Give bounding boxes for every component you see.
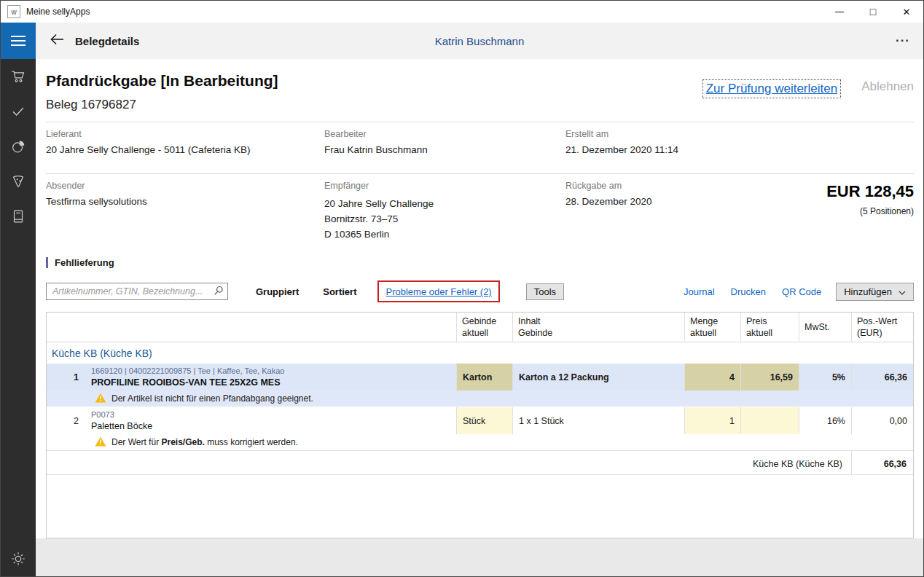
- app-header: Belegdetails Katrin Buschmann ···: [36, 23, 923, 59]
- window-title: Meine sellyApps: [26, 7, 90, 17]
- cell-mwst: 5%: [799, 364, 851, 390]
- field-rueckgabe-am: Rückgabe am 28. Dezember 2020: [565, 181, 806, 242]
- tag-label: Fehllieferung: [55, 257, 114, 268]
- page-title: Belegdetails: [75, 35, 139, 47]
- tag-accent-bar: [46, 257, 48, 268]
- app-logo-icon: w: [7, 5, 20, 18]
- delivery-type-tag: Fehllieferung: [46, 257, 914, 268]
- search-input[interactable]: [46, 283, 228, 300]
- group-header-row[interactable]: Küche KB (Küche KB): [47, 342, 913, 364]
- hinzufuegen-dropdown-button[interactable]: Hinzufügen: [836, 283, 914, 301]
- table-row[interactable]: 2 P0073 Paletten Böcke Stück 1 x 1 Stück…: [47, 407, 913, 434]
- warning-triangle-icon: [95, 393, 106, 405]
- close-button[interactable]: ✕: [890, 1, 923, 23]
- chevron-down-icon: [898, 286, 906, 297]
- article-name: PROFILINE ROOIBOS-VAN TEE 25X2G MES: [91, 377, 281, 388]
- hamburger-menu-button[interactable]: [1, 23, 36, 59]
- sidebar-nav: [1, 23, 36, 576]
- cell-preis-aktuell[interactable]: [740, 407, 799, 434]
- field-label: Erstellt am: [565, 129, 914, 139]
- cell-preis-aktuell[interactable]: 16,59: [740, 364, 799, 390]
- forward-for-review-button[interactable]: Zur Prüfung weiterleiten: [702, 79, 841, 98]
- total-positions: (5 Positionen): [806, 206, 914, 216]
- current-user-link[interactable]: Katrin Buschmann: [435, 35, 525, 47]
- field-empfaenger: Empfänger 20 Jahre Selly Challenge Borni…: [324, 181, 565, 242]
- more-options-button[interactable]: ···: [896, 34, 910, 48]
- tools-button[interactable]: Tools: [526, 283, 564, 300]
- cell-mwst: 16%: [799, 407, 851, 434]
- table-row[interactable]: 1 1669120 | 04002221009875 | Tee | Kaffe…: [47, 364, 913, 390]
- probleme-oder-fehler-link[interactable]: Probleme oder Fehler (2): [385, 286, 491, 297]
- row-warning: Der Artikel ist nicht für einen Pfandabg…: [47, 390, 913, 407]
- cell-pos-wert: 66,36: [851, 364, 913, 390]
- sidebar-item-food[interactable]: [1, 164, 36, 199]
- sidebar-item-cart[interactable]: [1, 59, 36, 94]
- cell-gebinde-aktuell[interactable]: Karton: [456, 364, 512, 390]
- article-meta: 1669120 | 04002221009875 | Tee | Kaffee,…: [91, 366, 284, 376]
- back-arrow-icon: [48, 31, 66, 51]
- search-box: [46, 283, 228, 300]
- article-meta: P0073: [91, 409, 114, 420]
- sortiert-toggle[interactable]: Sortiert: [323, 286, 356, 297]
- header-empty: [85, 313, 456, 342]
- sidebar-item-settings[interactable]: [1, 541, 36, 576]
- title-bar: w Meine sellyApps — □ ✕: [1, 1, 923, 23]
- drucken-link[interactable]: Drucken: [731, 286, 766, 297]
- settings-gear-icon: [10, 551, 26, 567]
- cell-menge-aktuell[interactable]: 4: [684, 364, 740, 390]
- sidebar-item-reports[interactable]: [1, 129, 36, 164]
- article-description: 1669120 | 04002221009875 | Tee | Kaffee,…: [85, 364, 456, 390]
- field-lieferant: Lieferant 20 Jahre Selly Challenge - 501…: [46, 129, 324, 155]
- field-value: 28. Dezember 2020: [565, 196, 806, 207]
- row-number: 1: [47, 364, 85, 390]
- cell-gebinde-aktuell[interactable]: Stück: [456, 407, 512, 434]
- positions-toolbar: Gruppiert Sortiert Probleme oder Fehler …: [46, 280, 914, 303]
- header-mwst: MwSt.: [799, 313, 851, 342]
- maximize-button[interactable]: □: [856, 1, 890, 23]
- document-heading: Pfandrückgabe [In Bearbeitung] Beleg 167…: [46, 68, 278, 112]
- warning-triangle-icon: [95, 436, 106, 449]
- table-header-row: Gebinde aktuell Inhalt Gebinde Menge akt…: [47, 313, 913, 342]
- minimize-button[interactable]: —: [823, 1, 856, 23]
- field-value: 20 Jahre Selly Challenge - 5011 (Cafeter…: [46, 144, 324, 155]
- header-menge-aktuell: Menge aktuell: [684, 313, 740, 342]
- window-controls: — □ ✕: [823, 1, 923, 23]
- document-detail-panel: Pfandrückgabe [In Bearbeitung] Beleg 167…: [36, 59, 923, 538]
- subtotal-value: 66,36: [851, 451, 913, 477]
- article-name: Paletten Böcke: [91, 420, 152, 432]
- qr-code-link[interactable]: QR Code: [782, 286, 821, 297]
- header-pos-wert: Pos.-Wert (EUR): [851, 313, 913, 342]
- field-value: Testfirma sellysolutions: [46, 196, 324, 207]
- sidebar-item-approvals[interactable]: [1, 94, 36, 129]
- table-empty-area: [47, 475, 913, 538]
- header-inhalt-gebinde: Inhalt Gebinde: [512, 313, 684, 342]
- empfaenger-line-3: D 10365 Berlin: [324, 227, 565, 242]
- book-icon: [10, 208, 26, 224]
- field-label: Empfänger: [324, 181, 565, 191]
- hinzufuegen-label: Hinzufügen: [844, 286, 892, 297]
- empfaenger-line-1: 20 Jahre Selly Challenge: [324, 196, 565, 211]
- warning-text: Der Artikel ist nicht für einen Pfandabg…: [111, 393, 313, 404]
- cell-menge-aktuell[interactable]: 1: [684, 407, 740, 434]
- field-bearbeiter: Bearbeiter Frau Katrin Buschmann: [324, 129, 565, 155]
- sidebar-spacer: [1, 234, 36, 541]
- field-erstellt-am: Erstellt am 21. Dezember 2020 11:14: [565, 129, 914, 155]
- field-label: Lieferant: [46, 129, 324, 139]
- pizza-slice-icon: [10, 173, 26, 189]
- back-button[interactable]: [44, 28, 69, 53]
- empfaenger-line-2: Bornitzstr. 73–75: [324, 211, 565, 227]
- row-warning: Der Wert für Preis/Geb. muss korrigiert …: [47, 434, 913, 450]
- field-label: Absender: [46, 181, 324, 191]
- cell-pos-wert: 0,00: [851, 407, 913, 434]
- detail-fields-row-1: Lieferant 20 Jahre Selly Challenge - 501…: [46, 122, 914, 164]
- journal-link[interactable]: Journal: [684, 286, 715, 297]
- reject-button[interactable]: Ablehnen: [861, 79, 914, 94]
- checkmark-icon: [10, 103, 26, 119]
- detail-fields-row-2: Absender Testfirma sellysolutions Empfän…: [46, 174, 914, 242]
- shopping-cart-icon: [10, 68, 26, 85]
- cell-inhalt-gebinde: 1 x 1 Stück: [512, 407, 684, 434]
- sidebar-item-catalog[interactable]: [1, 199, 36, 234]
- app-window: w Meine sellyApps — □ ✕: [0, 0, 924, 577]
- header-empty: [47, 313, 85, 342]
- gruppiert-toggle[interactable]: Gruppiert: [256, 286, 299, 297]
